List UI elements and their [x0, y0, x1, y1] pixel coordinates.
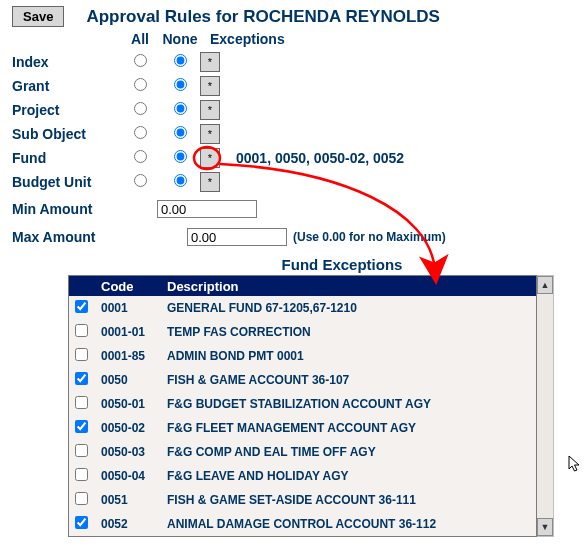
save-button[interactable]: Save [12, 6, 64, 27]
list-item: 0050-04F&G LEAVE AND HOLIDAY AGY [69, 464, 536, 488]
list-item: 0001-01TEMP FAS CORRECTION [69, 320, 536, 344]
exception-checkbox[interactable] [75, 444, 88, 457]
list-item: 0052ANIMAL DAMAGE CONTROL ACCOUNT 36-112 [69, 512, 536, 536]
exception-description: F&G FLEET MANAGEMENT ACCOUNT AGY [167, 421, 536, 435]
exception-code: 0001-01 [101, 325, 167, 339]
exception-checkbox[interactable] [75, 372, 88, 385]
exception-description: FISH & GAME SET-ASIDE ACCOUNT 36-111 [167, 493, 536, 507]
exception-description: F&G LEAVE AND HOLIDAY AGY [167, 469, 536, 483]
list-item: 0050-02F&G FLEET MANAGEMENT ACCOUNT AGY [69, 416, 536, 440]
radio-none[interactable] [174, 174, 187, 187]
scroll-down-button[interactable]: ▼ [537, 518, 553, 536]
exception-checkbox[interactable] [75, 348, 88, 361]
rule-row-budget-unit: Budget Unit* [12, 170, 572, 194]
exception-description: ADMIN BOND PMT 0001 [167, 349, 536, 363]
exception-checkbox[interactable] [75, 468, 88, 481]
exception-code: 0050 [101, 373, 167, 387]
exception-code: 0050-03 [101, 445, 167, 459]
radio-all[interactable] [134, 78, 147, 91]
rule-row-index: Index* [12, 50, 572, 74]
header-none: None [160, 31, 200, 47]
page-title: Approval Rules for ROCHENDA REYNOLDS [86, 7, 440, 27]
rule-row-sub-object: Sub Object* [12, 122, 572, 146]
fund-exceptions-button[interactable]: * [200, 148, 220, 168]
radio-all[interactable] [134, 102, 147, 115]
exception-description: F&G BUDGET STABILIZATION ACCOUNT AGY [167, 397, 536, 411]
project-exceptions-button[interactable]: * [200, 100, 220, 120]
max-amount-label: Max Amount [12, 229, 157, 245]
exception-code: 0001-85 [101, 349, 167, 363]
max-amount-hint: (Use 0.00 for no Maximum) [293, 230, 446, 244]
radio-none[interactable] [174, 54, 187, 67]
exception-checkbox[interactable] [75, 420, 88, 433]
rule-label: Project [12, 102, 120, 118]
exception-checkbox[interactable] [75, 300, 88, 313]
exception-checkbox[interactable] [75, 324, 88, 337]
exceptions-scrollbar[interactable]: ▲ ▼ [537, 275, 554, 537]
exception-checkbox[interactable] [75, 516, 88, 529]
header-exceptions: Exceptions [200, 31, 285, 47]
rule-label: Index [12, 54, 120, 70]
max-amount-input[interactable] [187, 228, 287, 246]
scroll-up-button[interactable]: ▲ [537, 276, 553, 294]
radio-all[interactable] [134, 150, 147, 163]
list-item: 0050-01F&G BUDGET STABILIZATION ACCOUNT … [69, 392, 536, 416]
exception-code: 0052 [101, 517, 167, 531]
exception-description: TEMP FAS CORRECTION [167, 325, 536, 339]
rule-exceptions-text: 0001, 0050, 0050-02, 0052 [236, 150, 404, 166]
radio-all[interactable] [134, 126, 147, 139]
exception-description: ANIMAL DAMAGE CONTROL ACCOUNT 36-112 [167, 517, 536, 531]
rule-label: Budget Unit [12, 174, 120, 190]
list-item: 0001GENERAL FUND 67-1205,67-1210 [69, 296, 536, 320]
radio-all[interactable] [134, 54, 147, 67]
rule-row-project: Project* [12, 98, 572, 122]
list-item: 0001-85ADMIN BOND PMT 0001 [69, 344, 536, 368]
exception-code: 0001 [101, 301, 167, 315]
exceptions-panel-title: Fund Exceptions [112, 256, 572, 273]
rule-column-headers: All None Exceptions [120, 31, 572, 47]
exception-description: GENERAL FUND 67-1205,67-1210 [167, 301, 536, 315]
list-item: 0051FISH & GAME SET-ASIDE ACCOUNT 36-111 [69, 488, 536, 512]
exceptions-list-header: Code Description [69, 276, 536, 296]
exceptions-list: Code Description 0001GENERAL FUND 67-120… [68, 275, 554, 537]
min-amount-label: Min Amount [12, 201, 157, 217]
exception-code: 0051 [101, 493, 167, 507]
exceptions-header-code: Code [101, 279, 167, 294]
min-amount-input[interactable] [157, 200, 257, 218]
rule-label: Sub Object [12, 126, 120, 142]
radio-none[interactable] [174, 102, 187, 115]
rule-label: Grant [12, 78, 120, 94]
list-item: 0050-03F&G COMP AND EAL TIME OFF AGY [69, 440, 536, 464]
budget-unit-exceptions-button[interactable]: * [200, 172, 220, 192]
exception-code: 0050-02 [101, 421, 167, 435]
index-exceptions-button[interactable]: * [200, 52, 220, 72]
rule-label: Fund [12, 150, 120, 166]
radio-none[interactable] [174, 126, 187, 139]
exceptions-header-description: Description [167, 279, 536, 294]
header-all: All [120, 31, 160, 47]
exception-code: 0050-01 [101, 397, 167, 411]
exception-checkbox[interactable] [75, 492, 88, 505]
cursor-icon [568, 455, 582, 477]
exception-description: FISH & GAME ACCOUNT 36-107 [167, 373, 536, 387]
radio-none[interactable] [174, 78, 187, 91]
list-item: 0050FISH & GAME ACCOUNT 36-107 [69, 368, 536, 392]
exception-description: F&G COMP AND EAL TIME OFF AGY [167, 445, 536, 459]
rule-row-fund: Fund*0001, 0050, 0050-02, 0052 [12, 146, 572, 170]
sub-object-exceptions-button[interactable]: * [200, 124, 220, 144]
exception-checkbox[interactable] [75, 396, 88, 409]
grant-exceptions-button[interactable]: * [200, 76, 220, 96]
rule-row-grant: Grant* [12, 74, 572, 98]
exception-code: 0050-04 [101, 469, 167, 483]
radio-all[interactable] [134, 174, 147, 187]
radio-none[interactable] [174, 150, 187, 163]
